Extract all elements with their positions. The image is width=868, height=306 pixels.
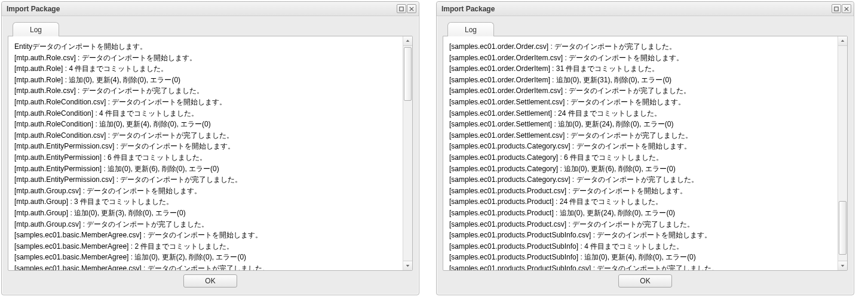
chevron-down-icon: [841, 264, 845, 268]
log-line: [samples.ec01.products.Product.csv] : デー…: [449, 186, 832, 197]
log-line: [samples.ec01.order.Settlement] : 追加(0),…: [449, 119, 832, 130]
log-line: [mtp.auth.EntityPermission.csv] : データのイン…: [14, 141, 397, 152]
log-line: [samples.ec01.products.Category.csv] : デ…: [449, 174, 832, 186]
log-line: [mtp.auth.RoleCondition.csv] : データのインポート…: [14, 97, 397, 108]
log-line: [samples.ec01.order.Settlement.csv] : デー…: [449, 130, 832, 141]
scroll-thumb[interactable]: [839, 201, 846, 255]
import-package-window-left: Import Package Log Entityデータのインポートを開始します…: [1, 1, 419, 295]
scroll-thumb[interactable]: [404, 47, 412, 101]
log-line: [samples.ec01.order.OrderItem.csv] : データ…: [449, 52, 832, 64]
log-line: [mtp.auth.EntityPermission.csv] : データのイン…: [14, 174, 397, 186]
log-line: [samples.ec01.products.ProductSubInfo] :…: [449, 252, 832, 263]
chevron-up-icon: [841, 39, 845, 43]
log-line: [samples.ec01.products.ProductSubInfo] :…: [449, 241, 832, 252]
maximize-icon: [834, 7, 839, 11]
scroll-down-button[interactable]: [838, 261, 847, 270]
log-line: [samples.ec01.basic.MemberAgree] : 追加(0)…: [14, 252, 397, 263]
log-line: [samples.ec01.order.Settlement] : 24 件目ま…: [449, 108, 832, 119]
log-line: [samples.ec01.products.Product] : 追加(0),…: [449, 208, 832, 219]
log-line: [samples.ec01.products.ProductSubInfo.cs…: [449, 263, 832, 270]
log-line: [samples.ec01.order.Settlement.csv] : デー…: [449, 97, 832, 108]
tab-bar: Log: [447, 22, 848, 36]
log-line: [samples.ec01.basic.MemberAgree] : 2 件目ま…: [14, 241, 397, 252]
log-line: [samples.ec01.order.OrderItem] : 追加(0), …: [449, 75, 832, 86]
log-pane: Entityデータのインポートを開始します。[mtp.auth.Role.csv…: [8, 36, 413, 271]
import-package-window-right: Import Package Log [samples.ec01.order.O…: [436, 1, 854, 295]
log-line: Entityデータのインポートを開始します。: [14, 41, 397, 52]
dialog-footer: OK: [443, 271, 848, 290]
log-line: [mtp.auth.RoleCondition] : 4 件目までコミットしまし…: [14, 108, 397, 119]
log-line: [mtp.auth.Group.csv] : データのインポートを開始します。: [14, 186, 397, 197]
close-icon: [844, 7, 849, 11]
maximize-button[interactable]: [397, 4, 406, 13]
vertical-scrollbar[interactable]: [403, 36, 412, 270]
log-pane: [samples.ec01.order.Order.csv] : データのインポ…: [443, 36, 848, 271]
log-line: [mtp.auth.Group] : 3 件目までコミットしました。: [14, 196, 397, 208]
client-area: Log Entityデータのインポートを開始します。[mtp.auth.Role…: [2, 16, 419, 295]
dialog-footer: OK: [8, 271, 413, 290]
scroll-track[interactable]: [838, 46, 847, 261]
maximize-icon: [399, 7, 404, 11]
titlebar: Import Package: [2, 2, 419, 16]
log-line: [mtp.auth.Group.csv] : データのインポートが完了しました。: [14, 219, 397, 230]
window-controls: [397, 4, 416, 13]
scroll-up-button[interactable]: [403, 36, 412, 46]
log-line: [mtp.auth.Role.csv] : データのインポートを開始します。: [14, 52, 397, 64]
close-button[interactable]: [407, 4, 416, 13]
close-icon: [409, 7, 414, 11]
scroll-up-button[interactable]: [838, 36, 847, 46]
log-content: [samples.ec01.order.Order.csv] : データのインポ…: [443, 36, 838, 270]
svg-rect-1: [835, 7, 838, 10]
log-line: [samples.ec01.products.Product] : 24 件目ま…: [449, 196, 832, 208]
log-line: [samples.ec01.products.Category] : 追加(0)…: [449, 163, 832, 175]
tab-bar: Log: [13, 22, 413, 36]
log-line: [samples.ec01.order.OrderItem.csv] : データ…: [449, 85, 832, 97]
log-line: [mtp.auth.Group] : 追加(0), 更新(3), 削除(0), …: [14, 208, 397, 219]
log-line: [samples.ec01.products.Category] : 6 件目ま…: [449, 152, 832, 163]
log-line: [mtp.auth.RoleCondition.csv] : データのインポート…: [14, 130, 397, 141]
log-line: [samples.ec01.order.OrderItem] : 31 件目まで…: [449, 63, 832, 75]
log-line: [samples.ec01.products.Product.csv] : デー…: [449, 219, 832, 230]
chevron-down-icon: [406, 264, 410, 268]
vertical-scrollbar[interactable]: [838, 36, 847, 270]
log-line: [samples.ec01.order.Order.csv] : データのインポ…: [449, 41, 832, 52]
maximize-button[interactable]: [832, 4, 841, 13]
window-title: Import Package: [441, 5, 495, 13]
ok-button[interactable]: OK: [618, 274, 672, 288]
chevron-up-icon: [406, 39, 410, 43]
log-tab[interactable]: Log: [13, 22, 59, 36]
log-content: Entityデータのインポートを開始します。[mtp.auth.Role.csv…: [8, 36, 403, 270]
window-controls: [832, 4, 851, 13]
log-line: [mtp.auth.EntityPermission] : 6 件目までコミット…: [14, 152, 397, 163]
log-line: [mtp.auth.RoleCondition] : 追加(0), 更新(4),…: [14, 119, 397, 130]
window-title: Import Package: [7, 5, 60, 13]
log-line: [samples.ec01.basic.MemberAgree.csv] : デ…: [14, 263, 397, 270]
log-line: [mtp.auth.Role] : 4 件目までコミットしました。: [14, 63, 397, 75]
ok-button[interactable]: OK: [183, 274, 237, 288]
scroll-down-button[interactable]: [403, 261, 412, 270]
svg-rect-0: [400, 7, 403, 10]
log-line: [mtp.auth.EntityPermission] : 追加(0), 更新(…: [14, 163, 397, 175]
log-line: [samples.ec01.products.ProductSubInfo.cs…: [449, 230, 832, 241]
close-button[interactable]: [842, 4, 851, 13]
log-line: [samples.ec01.products.Category.csv] : デ…: [449, 141, 832, 152]
scroll-track[interactable]: [403, 46, 412, 261]
log-line: [mtp.auth.Role] : 追加(0), 更新(4), 削除(0), エ…: [14, 75, 397, 86]
client-area: Log [samples.ec01.order.Order.csv] : データ…: [437, 16, 854, 295]
log-line: [mtp.auth.Role.csv] : データのインポートが完了しました。: [14, 85, 397, 97]
log-tab[interactable]: Log: [447, 22, 494, 36]
log-line: [samples.ec01.basic.MemberAgree.csv] : デ…: [14, 230, 397, 241]
titlebar: Import Package: [437, 2, 854, 16]
